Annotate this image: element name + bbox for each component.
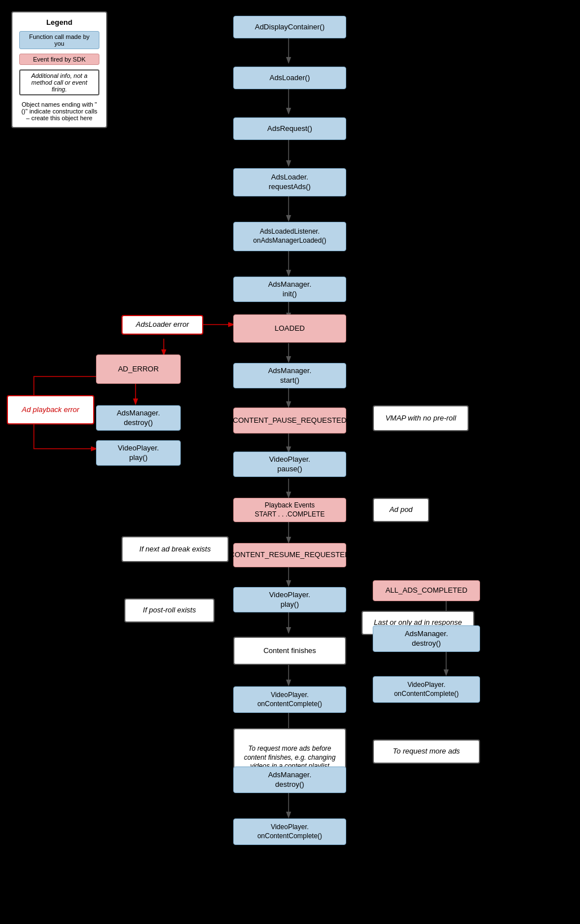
legend-function-call: Function call made by you xyxy=(19,31,99,50)
box-ad-pod: Ad pod xyxy=(373,498,429,522)
box-content-resume-requested: CONTENT_RESUME_REQUESTED xyxy=(233,543,346,567)
box-all-ads-completed-right: ALL_ADS_COMPLETED xyxy=(373,580,480,601)
box-content-finishes: Content finishes xyxy=(233,637,346,665)
box-ads-loader: AdsLoader() xyxy=(233,67,346,89)
box-ads-manager-destroy-2: AdsManager. destroy() xyxy=(373,625,480,652)
legend-title: Legend xyxy=(19,18,99,27)
box-vmap-no-preroll: VMAP with no pre-roll xyxy=(373,405,469,431)
box-playback-events: Playback Events START . . .COMPLETE xyxy=(233,498,346,522)
box-video-player-play-1: VideoPlayer. play() xyxy=(96,440,181,466)
box-to-request-more-ads-label: To request more ads xyxy=(373,739,480,764)
legend-note: Object names ending with "()" indicate c… xyxy=(19,101,99,121)
box-ad-error: AD_ERROR xyxy=(96,354,181,384)
box-ads-manager-init: AdsManager. init() xyxy=(233,277,346,302)
legend-blue-box: Function call made by you xyxy=(19,31,99,49)
box-if-post-roll: If post-roll exists xyxy=(124,598,215,623)
box-video-player-on-content-complete-3: VideoPlayer. onContentComplete() xyxy=(233,818,346,845)
legend-pink-box: Event fired by SDK xyxy=(19,54,99,65)
box-ads-manager-destroy-1: AdsManager. destroy() xyxy=(96,405,181,431)
diagram-container: Legend Function call made by you Event f… xyxy=(0,0,580,924)
box-content-pause-requested: CONTENT_PAUSE_REQUESTED xyxy=(233,408,346,433)
box-video-player-on-content-complete-2: VideoPlayer. onContentComplete() xyxy=(373,676,480,703)
box-ads-loaded-listener: AdsLoadedListener. onAdsManagerLoaded() xyxy=(233,222,346,251)
box-ads-manager-destroy-3: AdsManager. destroy() xyxy=(233,767,346,793)
box-ad-playback-error: Ad playback error xyxy=(7,395,94,424)
legend-additional-info: Additional info, not a method call or ev… xyxy=(19,69,99,97)
legend-event-fired: Event fired by SDK xyxy=(19,54,99,66)
legend-white-box: Additional info, not a method call or ev… xyxy=(19,69,99,95)
box-ads-manager-start: AdsManager. start() xyxy=(233,363,346,388)
box-ad-display-container: AdDisplayContainer() xyxy=(233,16,346,38)
legend: Legend Function call made by you Event f… xyxy=(11,11,107,128)
box-if-next-ad-break: If next ad break exists xyxy=(121,536,229,562)
box-ads-request: AdsRequest() xyxy=(233,117,346,140)
box-video-player-on-content-complete-1: VideoPlayer. onContentComplete() xyxy=(233,686,346,713)
box-adsloader-error: AdsLoader error xyxy=(121,315,203,335)
box-ads-loader-request: AdsLoader. requestAds() xyxy=(233,168,346,196)
box-video-player-pause: VideoPlayer. pause() xyxy=(233,452,346,477)
box-loaded: LOADED xyxy=(233,314,346,343)
box-video-player-play-2: VideoPlayer. play() xyxy=(233,587,346,612)
